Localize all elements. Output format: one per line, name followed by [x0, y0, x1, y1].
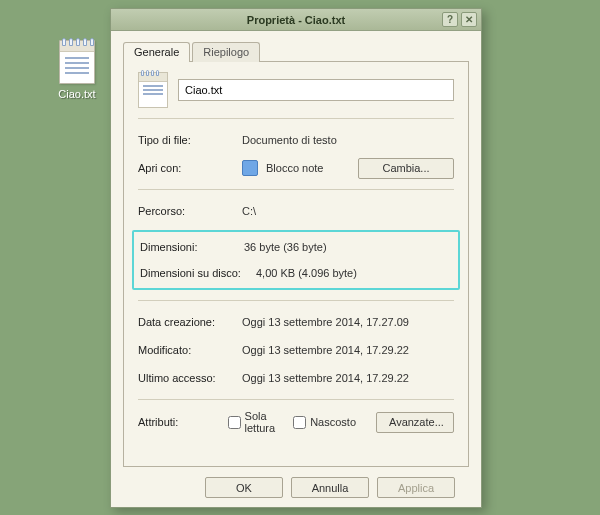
tab-panel-general: Tipo di file: Documento di testo Apri co… [123, 61, 469, 467]
file-type-icon [138, 72, 168, 108]
close-button[interactable]: ✕ [461, 12, 477, 27]
desktop-file-icon[interactable]: Ciao.txt [45, 40, 109, 100]
hidden-label: Nascosto [310, 416, 356, 428]
advanced-button[interactable]: Avanzate... [376, 412, 454, 433]
path-label: Percorso: [138, 205, 242, 217]
titlebar[interactable]: Proprietà - Ciao.txt ? ✕ [111, 9, 481, 31]
properties-window: Proprietà - Ciao.txt ? ✕ Generale Riepil… [110, 8, 482, 508]
textfile-icon [59, 40, 95, 84]
openwith-label: Apri con: [138, 162, 242, 174]
filetype-label: Tipo di file: [138, 134, 242, 146]
disksize-label: Dimensioni su disco: [140, 267, 256, 279]
tabstrip: Generale Riepilogo [123, 39, 469, 61]
attributes-label: Attributi: [138, 416, 218, 428]
filename-input[interactable] [178, 79, 454, 101]
close-icon: ✕ [465, 14, 473, 25]
accessed-label: Ultimo accesso: [138, 372, 242, 384]
help-button[interactable]: ? [442, 12, 458, 27]
path-value: C:\ [242, 205, 256, 217]
desktop-file-label: Ciao.txt [45, 88, 109, 100]
accessed-value: Oggi 13 settembre 2014, 17.29.22 [242, 372, 409, 384]
modified-value: Oggi 13 settembre 2014, 17.29.22 [242, 344, 409, 356]
dialog-buttons: OK Annulla Applica [123, 467, 469, 498]
tab-summary[interactable]: Riepilogo [192, 42, 260, 62]
readonly-checkbox-wrap[interactable]: Sola lettura [228, 410, 284, 434]
modified-label: Modificato: [138, 344, 242, 356]
size-label: Dimensioni: [140, 241, 244, 253]
hidden-checkbox[interactable] [293, 416, 306, 429]
readonly-label: Sola lettura [245, 410, 284, 434]
created-value: Oggi 13 settembre 2014, 17.27.09 [242, 316, 409, 328]
change-button[interactable]: Cambia... [358, 158, 454, 179]
cancel-button[interactable]: Annulla [291, 477, 369, 498]
disksize-value: 4,00 KB (4.096 byte) [256, 267, 357, 279]
size-value: 36 byte (36 byte) [244, 241, 327, 253]
size-highlight: Dimensioni: 36 byte (36 byte) Dimensioni… [132, 230, 460, 290]
readonly-checkbox[interactable] [228, 416, 241, 429]
filetype-value: Documento di testo [242, 134, 337, 146]
hidden-checkbox-wrap[interactable]: Nascosto [293, 416, 356, 429]
apply-button[interactable]: Applica [377, 477, 455, 498]
created-label: Data creazione: [138, 316, 242, 328]
notepad-icon [242, 160, 258, 176]
openwith-value: Blocco note [266, 162, 323, 174]
tab-general[interactable]: Generale [123, 42, 190, 62]
window-title: Proprietà - Ciao.txt [247, 14, 345, 26]
ok-button[interactable]: OK [205, 477, 283, 498]
